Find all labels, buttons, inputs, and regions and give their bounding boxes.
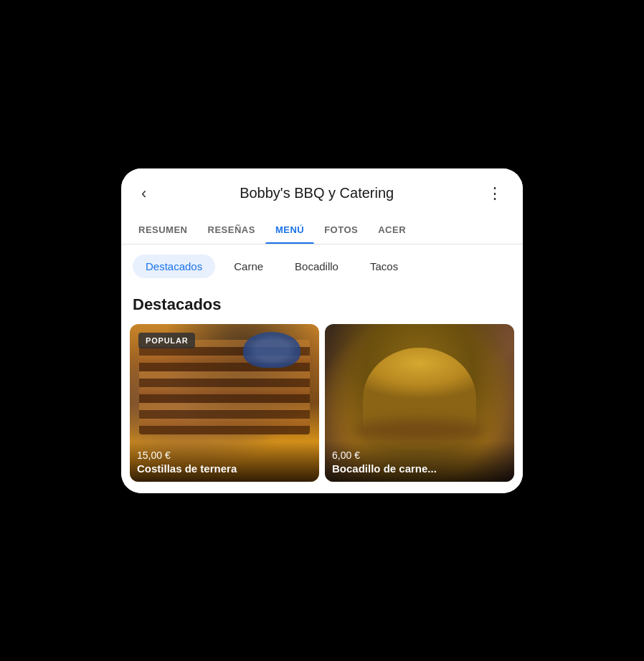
- header: ‹ Bobby's BBQ y Catering ⋮: [121, 168, 523, 216]
- tab-resumen[interactable]: RESUMEN: [128, 216, 198, 244]
- menu-card-costillas[interactable]: POPULAR 15,00 € Costillas de ternera: [130, 324, 319, 482]
- tab-fotos[interactable]: FOTOS: [314, 216, 368, 244]
- tab-menu[interactable]: MENÚ: [265, 216, 314, 244]
- page-title: Bobby's BBQ y Catering: [152, 185, 481, 201]
- menu-card-bocadillo[interactable]: 6,00 € Bocadillo de carne...: [325, 324, 514, 482]
- pill-carne[interactable]: Carne: [221, 255, 276, 278]
- nav-tabs: RESUMEN RESEÑAS MENÚ FOTOS ACER: [121, 216, 523, 244]
- card-name-2: Bocadillo de carne...: [332, 462, 507, 475]
- card-price-1: 15,00 €: [137, 450, 312, 461]
- card-overlay-2: 6,00 € Bocadillo de carne...: [325, 441, 514, 482]
- section-title: Destacados: [121, 288, 523, 324]
- tab-acer[interactable]: ACER: [368, 216, 416, 244]
- category-pills: Destacados Carne Bocadillo Tacos: [121, 244, 523, 288]
- pill-bocadillo[interactable]: Bocadillo: [282, 255, 351, 278]
- more-options-button[interactable]: ⋮: [481, 181, 508, 206]
- back-button[interactable]: ‹: [136, 181, 152, 206]
- popular-badge: POPULAR: [138, 333, 195, 348]
- pill-destacados[interactable]: Destacados: [133, 255, 215, 278]
- card-name-1: Costillas de ternera: [137, 462, 312, 475]
- phone-frame: ‹ Bobby's BBQ y Catering ⋮ RESUMEN RESEÑ…: [121, 168, 523, 493]
- tab-resenas[interactable]: RESEÑAS: [198, 216, 265, 244]
- card-price-2: 6,00 €: [332, 450, 507, 461]
- pill-tacos[interactable]: Tacos: [357, 255, 411, 278]
- card-overlay-1: 15,00 € Costillas de ternera: [130, 441, 319, 482]
- menu-grid: POPULAR 15,00 € Costillas de ternera 6,0…: [121, 324, 523, 493]
